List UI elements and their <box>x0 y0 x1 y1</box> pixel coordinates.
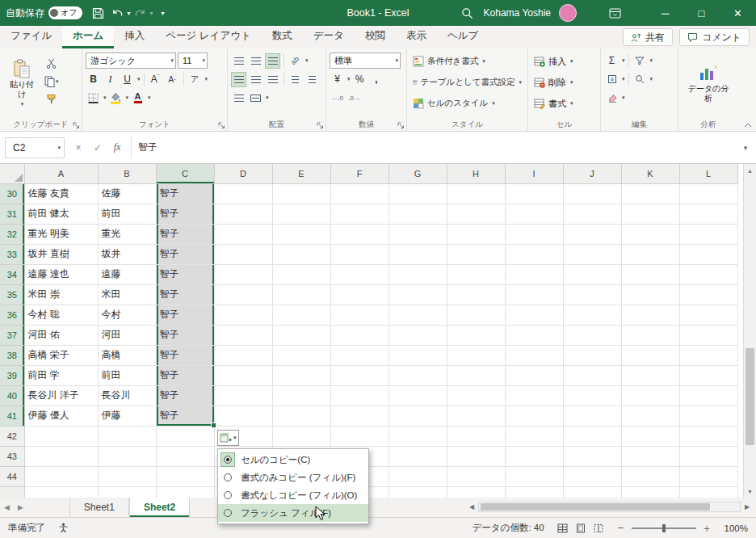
alignment-dialog-launcher[interactable] <box>317 122 324 129</box>
cell[interactable] <box>621 345 679 365</box>
italic-button[interactable]: I <box>103 72 118 87</box>
orientation-button[interactable]: ab <box>288 53 303 69</box>
cell[interactable]: 前田 <box>98 204 156 224</box>
cell[interactable] <box>505 426 563 446</box>
cell[interactable] <box>330 365 388 385</box>
cell[interactable] <box>679 183 737 204</box>
cell[interactable]: 智子 <box>156 365 214 385</box>
cell[interactable] <box>272 284 330 305</box>
cell[interactable] <box>621 365 679 385</box>
format-cells-button[interactable]: 書式▾ <box>531 93 597 114</box>
scroll-up-arrow[interactable]: ▲ <box>744 164 756 177</box>
zoom-in-button[interactable]: ＋ <box>702 521 712 536</box>
cell[interactable] <box>98 486 156 498</box>
find-select-button[interactable] <box>632 72 648 87</box>
row-header[interactable]: 35 <box>0 284 24 305</box>
cell[interactable] <box>563 204 621 224</box>
cell[interactable] <box>272 183 330 204</box>
row-header[interactable]: 31 <box>0 204 24 224</box>
vertical-scroll-thumb[interactable] <box>746 348 754 445</box>
cell[interactable] <box>330 284 388 305</box>
cell[interactable] <box>388 486 447 498</box>
column-header-g[interactable]: G <box>388 164 447 183</box>
cell[interactable] <box>679 284 737 305</box>
column-header-i[interactable]: I <box>505 164 563 183</box>
save-button[interactable] <box>88 0 107 26</box>
cell[interactable]: 前田 学 <box>24 365 98 385</box>
cell[interactable]: 長谷川 <box>98 385 156 406</box>
cell[interactable] <box>388 365 447 385</box>
page-break-view-button[interactable] <box>594 523 603 533</box>
share-button[interactable]: 共有 <box>623 28 673 46</box>
cell[interactable] <box>505 244 563 264</box>
increase-decimal-button[interactable]: ←.0 <box>330 90 345 106</box>
cell[interactable] <box>505 305 563 325</box>
cell[interactable] <box>388 183 447 204</box>
cell[interactable] <box>505 365 563 385</box>
cell[interactable] <box>330 264 388 284</box>
close-button[interactable]: ✕ <box>720 0 756 26</box>
delete-cells-button[interactable]: 削除▾ <box>531 72 597 93</box>
cell[interactable]: 伊藤 優人 <box>24 406 98 426</box>
column-header-l[interactable]: L <box>679 164 737 183</box>
cell[interactable] <box>679 325 737 345</box>
cell[interactable] <box>214 264 272 284</box>
cell[interactable] <box>447 183 505 204</box>
cell[interactable] <box>214 284 272 305</box>
cell[interactable] <box>388 305 447 325</box>
row-header[interactable]: 43 <box>0 446 24 466</box>
cell[interactable] <box>330 426 388 446</box>
cell[interactable] <box>98 446 156 466</box>
cell[interactable] <box>214 204 272 224</box>
cell[interactable] <box>679 466 737 486</box>
cell[interactable]: 米田 <box>98 284 156 305</box>
cell[interactable]: 伊藤 <box>98 406 156 426</box>
cell[interactable] <box>330 305 388 325</box>
cell[interactable] <box>24 486 98 498</box>
cell[interactable] <box>447 224 505 244</box>
cell[interactable] <box>272 264 330 284</box>
borders-button[interactable] <box>86 90 101 106</box>
sheet-tab-sheet2[interactable]: Sheet2 <box>129 498 190 517</box>
cell[interactable] <box>272 406 330 426</box>
merge-center-button[interactable] <box>248 90 263 106</box>
cell[interactable] <box>505 183 563 204</box>
cell[interactable]: 智子 <box>156 284 214 305</box>
align-left-button[interactable] <box>231 72 246 87</box>
font-dialog-launcher[interactable] <box>218 122 225 129</box>
cell[interactable] <box>24 446 98 466</box>
format-as-table-button[interactable]: テーブルとして書式設定▾ <box>410 72 524 93</box>
decrease-indent-button[interactable] <box>288 72 303 87</box>
fill-color-button[interactable] <box>108 90 124 106</box>
cell[interactable] <box>563 365 621 385</box>
cell[interactable] <box>98 466 156 486</box>
name-box[interactable]: C2 ▾ <box>5 137 65 158</box>
row-header[interactable]: 36 <box>0 305 24 325</box>
cell[interactable] <box>272 385 330 406</box>
cell[interactable] <box>214 224 272 244</box>
cell[interactable]: 河田 <box>98 325 156 345</box>
tab-data[interactable]: データ <box>303 26 355 48</box>
cell-styles-button[interactable]: セルのスタイル▾ <box>410 93 524 114</box>
cell[interactable] <box>679 446 737 466</box>
tab-page-layout[interactable]: ページ レイアウト <box>155 26 262 48</box>
cell[interactable] <box>563 466 621 486</box>
row-header[interactable]: 33 <box>0 244 24 264</box>
sheet-nav-left[interactable]: ◀ <box>0 498 14 517</box>
cell[interactable] <box>24 426 98 446</box>
cell[interactable] <box>505 385 563 406</box>
redo-button[interactable] <box>130 0 149 26</box>
sort-filter-button[interactable] <box>632 53 648 69</box>
tab-help[interactable]: ヘルプ <box>437 26 489 48</box>
cell[interactable] <box>330 325 388 345</box>
wrap-text-button[interactable] <box>231 90 246 106</box>
cell[interactable] <box>388 385 447 406</box>
cell[interactable] <box>621 204 679 224</box>
cell[interactable] <box>505 345 563 365</box>
menu-item-flash-fill[interactable]: フラッシュ フィル(F) <box>218 504 368 522</box>
number-format-select[interactable]: 標準▾ <box>330 53 401 69</box>
cell[interactable]: 佐藤 <box>98 183 156 204</box>
cell[interactable]: 長谷川 洋子 <box>24 385 98 406</box>
collapse-ribbon-button[interactable] <box>744 123 752 128</box>
cell[interactable]: 智子 <box>156 325 214 345</box>
